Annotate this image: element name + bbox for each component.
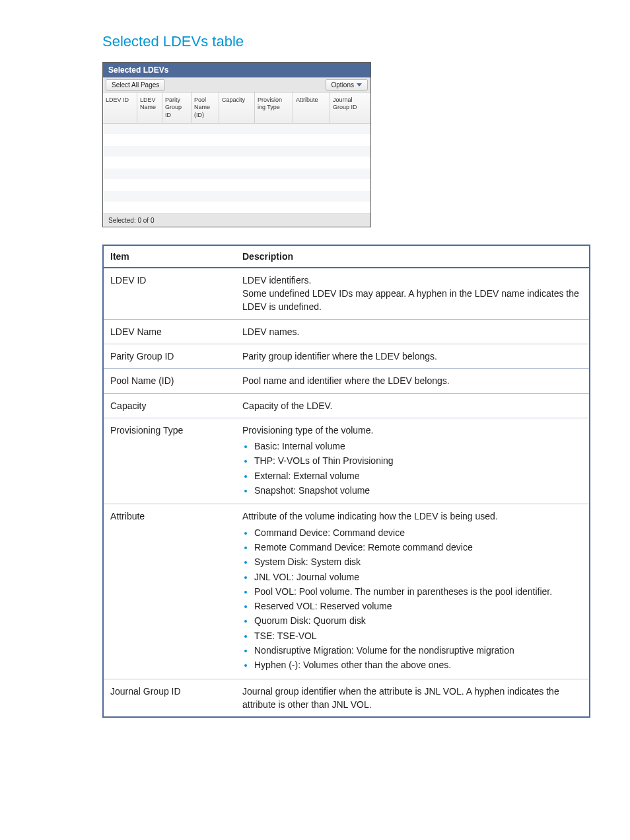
desc-item: Parity Group ID	[103, 344, 236, 368]
desc-bullet: Reserved VOL: Reserved volume	[254, 599, 582, 613]
panel-title: Selected LDEVs	[103, 63, 370, 77]
options-button-label: Options	[332, 81, 354, 89]
desc-bullet: JNL VOL: Journal volume	[254, 570, 582, 584]
select-all-pages-button[interactable]: Select All Pages	[106, 79, 165, 91]
desc-description: Attribute of the volume indicating how t…	[236, 504, 590, 679]
desc-row: CapacityCapacity of the LDEV.	[103, 393, 590, 418]
desc-row: Pool Name (ID)Pool name and identifier w…	[103, 369, 590, 393]
col-header-provtype[interactable]: Provision ing Type	[255, 93, 293, 123]
desc-bullet: TSE: TSE-VOL	[254, 629, 582, 642]
desc-bullet: Command Device: Command device	[254, 526, 582, 539]
desc-description: LDEV names.	[236, 319, 590, 344]
desc-description: Capacity of the LDEV.	[236, 393, 590, 418]
desc-row: Journal Group IDJournal group identifier…	[103, 679, 590, 717]
desc-row: LDEV NameLDEV names.	[103, 319, 590, 344]
desc-bullets: Command Device: Command deviceRemote Com…	[242, 526, 582, 672]
desc-item: Pool Name (ID)	[103, 369, 236, 393]
desc-row: LDEV IDLDEV identifiers.Some undefined L…	[103, 268, 590, 319]
section-heading: Selected LDEVs table	[102, 33, 590, 50]
col-header-capacity[interactable]: Capacity	[219, 93, 255, 123]
desc-bullet: External: External volume	[254, 469, 582, 482]
desc-bullet: System Disk: System disk	[254, 555, 582, 568]
desc-row: Provisioning TypeProvisioning type of th…	[103, 418, 590, 504]
desc-description: Pool name and identifier where the LDEV …	[236, 369, 590, 393]
desc-description: Provisioning type of the volume.Basic: I…	[236, 418, 590, 504]
col-header-ldev-name[interactable]: LDEV Name	[137, 93, 162, 123]
table-row[interactable]	[103, 202, 370, 213]
options-button[interactable]: Options	[326, 79, 368, 91]
desc-row: Parity Group IDParity group identifier w…	[103, 344, 590, 368]
selected-ldevs-panel: Selected LDEVs Select All Pages Options …	[102, 62, 371, 227]
grid-header: LDEV ID LDEV Name Parity Group ID Pool N…	[103, 93, 370, 124]
table-row[interactable]	[103, 169, 370, 180]
desc-bullet: Remote Command Device: Remote command de…	[254, 541, 582, 554]
desc-bullet: Basic: Internal volume	[254, 439, 582, 453]
desc-th-item: Item	[103, 245, 236, 268]
desc-item: Provisioning Type	[103, 418, 236, 504]
desc-description: Journal group identifier when the attrib…	[236, 679, 590, 717]
desc-th-description: Description	[236, 245, 590, 268]
col-header-ldev-id[interactable]: LDEV ID	[103, 93, 137, 123]
description-table: Item Description LDEV IDLDEV identifiers…	[102, 245, 590, 718]
col-header-journal[interactable]: Journal Group ID	[330, 93, 370, 123]
table-row[interactable]	[103, 180, 370, 191]
desc-bullet: Hyphen (-): Volumes other than the above…	[254, 658, 582, 671]
desc-description: Parity group identifier where the LDEV b…	[236, 344, 590, 368]
desc-bullet: Pool VOL: Pool volume. The number in par…	[254, 585, 582, 598]
table-row[interactable]	[103, 157, 370, 169]
col-header-pool[interactable]: Pool Name (ID)	[192, 93, 219, 123]
table-row[interactable]	[103, 135, 370, 146]
desc-bullet: Snapshot: Snapshot volume	[254, 484, 582, 497]
table-row[interactable]	[103, 191, 370, 202]
desc-bullets: Basic: Internal volumeTHP: V-VOLs of Thi…	[242, 439, 582, 497]
desc-item: LDEV Name	[103, 319, 236, 344]
desc-description: LDEV identifiers.Some undefined LDEV IDs…	[236, 268, 590, 319]
chevron-down-icon	[357, 83, 362, 87]
desc-item: Attribute	[103, 504, 236, 679]
desc-bullet: THP: V-VOLs of Thin Provisioning	[254, 454, 582, 467]
desc-bullet: Quorum Disk: Quorum disk	[254, 614, 582, 627]
desc-row: AttributeAttribute of the volume indicat…	[103, 504, 590, 679]
table-row[interactable]	[103, 124, 370, 135]
panel-footer: Selected: 0 of 0	[103, 213, 370, 227]
table-row[interactable]	[103, 146, 370, 157]
grid-body	[103, 124, 370, 213]
col-header-attribute[interactable]: Attribute	[293, 93, 330, 123]
desc-item: LDEV ID	[103, 268, 236, 319]
desc-item: Capacity	[103, 393, 236, 418]
desc-item: Journal Group ID	[103, 679, 236, 717]
col-header-parity[interactable]: Parity Group ID	[162, 93, 192, 123]
desc-bullet: Nondisruptive Migration: Volume for the …	[254, 644, 582, 657]
